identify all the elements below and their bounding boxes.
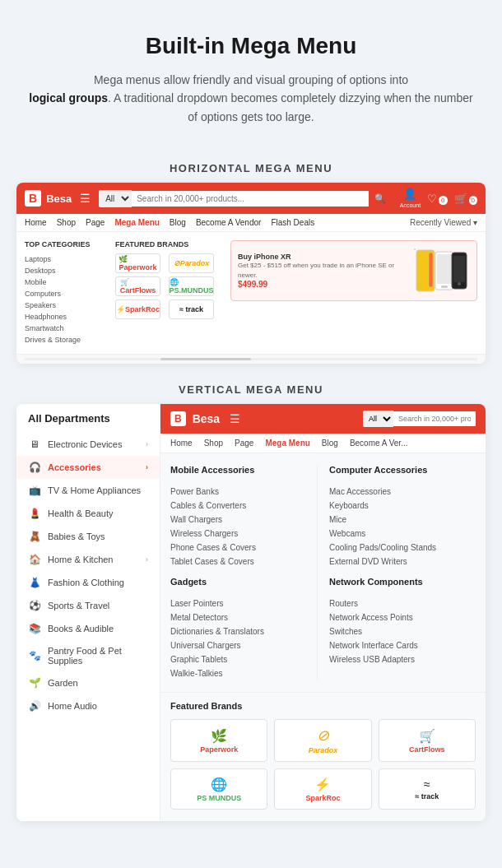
vmm-item-cooling-pads[interactable]: Cooling Pads/Cooling Stands (329, 541, 476, 555)
vmm-hamburger-icon[interactable]: ☰ (230, 412, 240, 425)
psmundus-icon: 🌐 (211, 777, 227, 792)
hmm-recently-viewed[interactable]: Recently Viewed ▾ (410, 218, 477, 227)
vmm-item-wireless-chargers[interactable]: Wireless Chargers (170, 527, 317, 541)
hmm-nav-home[interactable]: Home (25, 218, 47, 227)
vmm-item-cables[interactable]: Cables & Converters (170, 499, 317, 513)
hmm-brand-track[interactable]: ≈ track (169, 299, 214, 319)
hmm-cat-drives[interactable]: Drives & Storage (25, 334, 107, 346)
vmm-item-graphic-tablets[interactable]: Graphic Tablets (170, 652, 317, 666)
sidebar-item-tv[interactable]: 📺 TV & Home Appliances (16, 479, 160, 502)
home-audio-icon: 🔊 (28, 700, 41, 712)
hmm-hamburger-icon[interactable]: ☰ (80, 192, 91, 205)
hmm-nav-blog[interactable]: Blog (170, 218, 186, 227)
hmm-nav-page[interactable]: Page (86, 218, 105, 227)
hmm-nav-megamenu[interactable]: Mega Menu (114, 218, 159, 227)
sidebar-item-books[interactable]: 📚 Books & Audible (16, 617, 160, 640)
hmm-brand-row-2: 🛒 CartFlows 🌐 PS.MUNDUS (115, 276, 222, 296)
vmm-item-dvd-writers[interactable]: External DVD Writers (329, 555, 476, 569)
svg-rect-1 (414, 248, 416, 250)
vmm-nav-shop[interactable]: Shop (204, 439, 223, 448)
vmm-brand-paperwork[interactable]: 🌿 Paperwork (170, 719, 267, 762)
vmm-brand-paradox[interactable]: ⊘ Paradox (274, 719, 371, 762)
svg-rect-4 (437, 254, 452, 284)
vmm-item-universal-chargers[interactable]: Universal Chargers (170, 638, 317, 652)
vmm-item-dictionaries[interactable]: Dictionaries & Translators (170, 624, 317, 638)
svg-rect-2 (429, 253, 433, 287)
vmm-item-laser[interactable]: Laser Pointers (170, 596, 317, 610)
hmm-section-label: HORIZONTAL MEGA MENU (0, 162, 502, 174)
vmm-item-tablet-cases[interactable]: Tablet Cases & Covers (170, 555, 317, 569)
vmm-nav-blog[interactable]: Blog (322, 439, 338, 448)
vmm-nav-page[interactable]: Page (235, 439, 253, 448)
sidebar-label-books: Books & Audible (48, 624, 148, 634)
vmm-item-mac[interactable]: Mac Accessories (329, 485, 476, 499)
hmm-promo-box[interactable]: Buy iPhone XR Get $25 - $515 off when yo… (230, 240, 477, 301)
hmm-wishlist-icon[interactable]: ♡0 (427, 193, 447, 205)
vmm-item-webcams[interactable]: Webcams (329, 527, 476, 541)
vmm-item-wall-chargers[interactable]: Wall Chargers (170, 513, 317, 527)
vmm-brand-cartflows[interactable]: 🛒 CartFlows (379, 719, 476, 762)
hmm-nav-flash[interactable]: Flash Deals (271, 218, 314, 227)
hmm-search-button[interactable]: 🔍 (369, 190, 392, 207)
hmm-cart-icon[interactable]: 🛒0 (454, 193, 477, 205)
sidebar-item-fashion[interactable]: 👗 Fashion & Clothing (16, 571, 160, 594)
tv-icon: 📺 (28, 485, 41, 496)
hmm-nav-vendor[interactable]: Become A Vendor (196, 218, 262, 227)
vmm-col-computer: Computer Accessories Mac Accessories Key… (317, 465, 476, 680)
hmm-brand-paradox[interactable]: ⊘Paradox (169, 253, 214, 273)
vmm-all-select[interactable]: All (363, 411, 393, 427)
vmm-item-wireless-usb[interactable]: Wireless USB Adapters (329, 652, 476, 666)
sidebar-item-garden[interactable]: 🌱 Garden (16, 671, 160, 694)
vmm-search-input[interactable] (393, 411, 476, 426)
hmm-brand-sparkroc[interactable]: ⚡SparkRoc (115, 299, 160, 319)
sidebar-label-sports: Sports & Travel (48, 601, 148, 610)
hmm-brand-paperwork[interactable]: 🌿 Paperwork (115, 253, 160, 273)
vmm-brand-sparkroc[interactable]: ⚡ SparkRoc (274, 768, 371, 810)
vmm-item-walkie-talkies[interactable]: Walkie-Talkies (170, 666, 317, 680)
vmm-item-switches[interactable]: Switches (329, 624, 476, 638)
hmm-brand-psmundus[interactable]: 🌐 PS.MUNDUS (169, 276, 214, 296)
vmm-item-power-banks[interactable]: Power Banks (170, 485, 317, 499)
vmm-brand-psmundus[interactable]: 🌐 PS MUNDUS (170, 768, 267, 810)
hmm-cat-laptops[interactable]: Laptops (25, 253, 107, 265)
hmm-cat-computers[interactable]: Computers (25, 288, 107, 299)
cartflows-icon: 🛒 (419, 728, 435, 744)
logo-b: B (29, 192, 37, 205)
hmm-search-input[interactable] (132, 191, 369, 207)
sidebar-item-home-audio[interactable]: 🔊 Home Audio (16, 694, 160, 717)
hmm-all-select[interactable]: All (99, 190, 132, 207)
vmm-item-routers[interactable]: Routers (329, 596, 476, 610)
hmm-cat-speakers[interactable]: Speakers (25, 299, 107, 311)
vmm-item-access-points[interactable]: Network Access Points (329, 610, 476, 624)
sidebar-label-pantry: Pantry Food & Pet Supplies (48, 646, 148, 666)
paradox-label: Paradox (309, 746, 338, 754)
vmm-nav-home[interactable]: Home (170, 439, 193, 448)
sidebar-label-garden: Garden (48, 678, 148, 688)
vmm-brand-track[interactable]: ≈ ≈ track (379, 768, 476, 810)
hmm-cat-headphones[interactable]: Headphones (25, 311, 107, 323)
vmm-item-phone-cases[interactable]: Phone Cases & Covers (170, 541, 317, 555)
sidebar-item-accessories[interactable]: 🎧 Accessories › (16, 456, 160, 479)
hmm-card: B Besa ☰ All 🔍 👤 Account ♡0 🛒0 Home S (16, 183, 486, 364)
svg-rect-5 (441, 285, 448, 288)
hmm-nav-shop[interactable]: Shop (57, 218, 76, 227)
hmm-account-icon[interactable]: 👤 Account (400, 188, 421, 209)
vmm-computer-accessories-heading: Computer Accessories (329, 465, 476, 478)
sidebar-item-pantry[interactable]: 🐾 Pantry Food & Pet Supplies (16, 640, 160, 671)
sidebar-item-sports[interactable]: ⚽ Sports & Travel (16, 594, 160, 617)
hmm-cat-smartwatch[interactable]: Smartwatch (25, 323, 107, 334)
sidebar-item-home-kitchen[interactable]: 🏠 Home & Kitchen › (16, 548, 160, 571)
vmm-item-metal-detectors[interactable]: Metal Detectors (170, 610, 317, 624)
sidebar-item-electronic-devices[interactable]: 🖥 Electronic Devices › (16, 433, 160, 456)
vmm-nav-vendor[interactable]: Become A Ver... (350, 439, 408, 448)
sidebar-item-health[interactable]: 💄 Health & Beauty (16, 502, 160, 525)
vmm-item-nic[interactable]: Network Interface Cards (329, 638, 476, 652)
hmm-brand-cartflows[interactable]: 🛒 CartFlows (115, 276, 160, 296)
hmm-topbar: B Besa ☰ All 🔍 👤 Account ♡0 🛒0 (16, 183, 486, 214)
hmm-cat-mobile[interactable]: Mobile (25, 276, 107, 288)
vmm-nav-megamenu[interactable]: Mega Menu (265, 439, 309, 448)
vmm-item-keyboards[interactable]: Keyboards (329, 499, 476, 513)
vmm-item-mice[interactable]: Mice (329, 513, 476, 527)
hmm-cat-desktops[interactable]: Desktops (25, 265, 107, 276)
sidebar-item-babies[interactable]: 🧸 Babies & Toys (16, 525, 160, 548)
